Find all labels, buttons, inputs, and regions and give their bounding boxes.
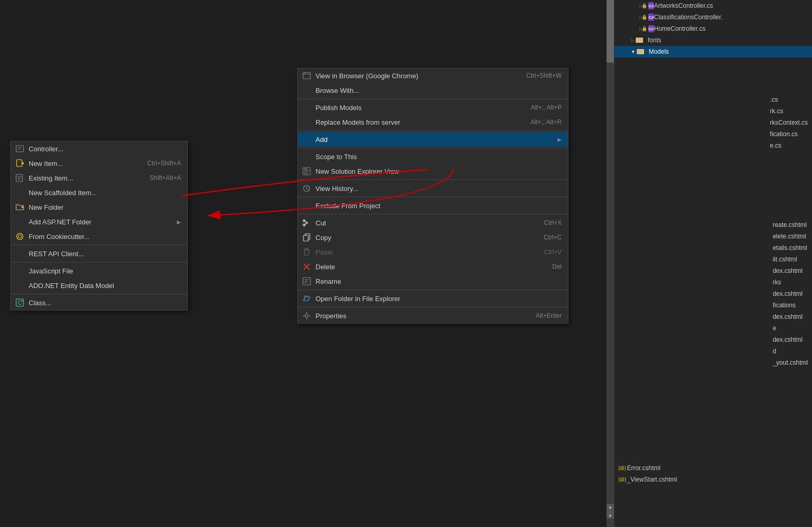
empty-icon — [302, 86, 311, 95]
se-item-fonts-folder[interactable]: ▷ fonts — [614, 34, 812, 46]
empty-icon — [15, 281, 25, 290]
menu-item-rename[interactable]: Rename — [298, 274, 568, 289]
empty-icon — [302, 135, 311, 144]
svg-rect-7 — [304, 172, 308, 172]
scroll-down-button[interactable]: ▼ — [607, 504, 614, 511]
empty-icon — [302, 152, 311, 161]
menu-item-open-folder[interactable]: Open Folder in File Explorer — [298, 291, 568, 306]
svg-point-24 — [305, 314, 308, 317]
se-view-d[interactable]: d — [769, 345, 812, 357]
svg-point-3 — [305, 73, 306, 74]
menu-item-view-history[interactable]: View History... — [298, 181, 568, 196]
submenu-item-new-folder[interactable]: New Folder — [11, 200, 187, 214]
cs-file-icon: 🔒 C# — [644, 25, 652, 33]
submenu-item-controller[interactable]: Controller... — [11, 141, 187, 156]
empty-icon — [15, 217, 25, 226]
empty-icon — [302, 103, 311, 112]
se-view-index4[interactable]: dex.cshtml — [769, 334, 812, 345]
se-view-classifications[interactable]: fications — [769, 300, 812, 311]
svg-rect-16 — [305, 249, 309, 255]
menu-item-scope-to-this[interactable]: Scope to This — [298, 149, 568, 164]
se-partial-5: e.cs — [766, 140, 812, 151]
menu-item-replace-models[interactable]: Replace Models from server Alt+;, Alt+R — [298, 115, 568, 129]
submenu-item-javascript[interactable]: JavaScript File — [11, 264, 187, 278]
menu-item-delete[interactable]: Delete Del — [298, 259, 568, 274]
menu-item-publish-models[interactable]: Publish Models Alt+;, Alt+P — [298, 100, 568, 115]
cut-icon — [302, 218, 311, 227]
menu-item-add[interactable]: Add ▶ — [298, 132, 568, 147]
separator-6 — [298, 214, 568, 214]
scrollbar-track[interactable]: ▼ ▲ — [607, 0, 614, 527]
submenu-sep-3 — [11, 294, 187, 294]
separator-3 — [298, 148, 568, 148]
se-viewstart-cshtml[interactable]: [@] _ViewStart.cshtml — [614, 474, 812, 485]
add-submenu: Controller... New Item... Ctrl+Shift+A E… — [10, 141, 188, 310]
browser-icon — [302, 71, 311, 80]
svg-rect-6 — [304, 170, 309, 171]
submenu-item-ado-entity[interactable]: ADO.NET Entity Data Model — [11, 278, 187, 293]
se-view-create[interactable]: reate.cshtml — [769, 219, 812, 231]
class-icon: C + — [15, 298, 25, 307]
se-item-classifications-controller[interactable]: ▷ 🔒 C# ClassificationsController. — [614, 11, 812, 23]
se-view-details[interactable]: etails.cshtml — [769, 242, 812, 254]
menu-item-exclude-project[interactable]: Exclude From Project — [298, 198, 568, 213]
separator-7 — [298, 290, 568, 290]
menu-item-paste[interactable]: Paste Ctrl+V — [298, 245, 568, 259]
se-partial-2: rk.cs — [766, 105, 812, 117]
separator-5 — [298, 197, 568, 197]
submenu-item-new-item[interactable]: New Item... Ctrl+Shift+A — [11, 156, 187, 171]
submenu-sep-1 — [11, 245, 187, 245]
separator-1 — [298, 99, 568, 99]
new-item-icon — [15, 159, 25, 168]
open-folder-icon — [302, 294, 311, 303]
se-view-index2[interactable]: dex.cshtml — [769, 288, 812, 300]
history-icon — [302, 184, 311, 193]
submenu-item-class[interactable]: C + Class... — [11, 295, 187, 310]
svg-point-41 — [17, 233, 23, 239]
menu-item-new-solution-explorer[interactable]: New Solution Explorer View — [298, 164, 568, 178]
se-partial-1: .cs — [766, 94, 812, 105]
se-partial-4: fication.cs — [766, 128, 812, 140]
folder-icon — [636, 47, 645, 56]
se-item-artworks-controller[interactable]: ▷ 🔒 C# ArtworksController.cs — [614, 0, 812, 11]
menu-item-cut[interactable]: Cut Ctrl+X — [298, 215, 568, 230]
separator-2 — [298, 130, 568, 131]
se-item-home-controller[interactable]: ▷ 🔒 C# HomeController.cs — [614, 23, 812, 34]
se-item-models-folder[interactable]: ▼ Models — [614, 46, 812, 57]
submenu-item-existing-item[interactable]: Existing Item... Shift+Alt+A — [11, 171, 187, 185]
separator-4 — [298, 179, 568, 180]
main-context-menu: View in Browser (Google Chrome) Ctrl+Shi… — [297, 68, 568, 324]
menu-item-properties[interactable]: Properties Alt+Enter — [298, 308, 568, 323]
scroll-up-button[interactable]: ▲ — [607, 511, 614, 519]
svg-rect-29 — [16, 146, 23, 152]
cs-file-icon: 🔒 C# — [644, 2, 652, 10]
se-view-index3[interactable]: dex.cshtml — [769, 311, 812, 322]
cs-file-icon: 🔒 C# — [644, 13, 652, 21]
submenu-item-new-scaffolded[interactable]: New Scaffolded Item... — [11, 185, 187, 200]
svg-rect-15 — [304, 235, 308, 241]
rename-icon — [302, 277, 311, 286]
submenu-item-rest-api[interactable]: REST API Client... — [11, 246, 187, 261]
existing-item-icon — [15, 173, 25, 183]
se-view-e[interactable]: e — [769, 322, 812, 334]
copy-icon — [302, 233, 311, 242]
svg-point-42 — [18, 235, 21, 238]
menu-item-view-browser[interactable]: View in Browser (Google Chrome) Ctrl+Shi… — [298, 68, 568, 83]
submenu-item-cookiecutter[interactable]: From Cookiecutter... — [11, 229, 187, 244]
se-view-artworks[interactable]: rks — [769, 277, 812, 288]
paste-icon — [302, 247, 311, 257]
menu-item-browse-with[interactable]: Browse With... — [298, 83, 568, 98]
menu-item-copy[interactable]: Copy Ctrl+C — [298, 230, 568, 245]
empty-icon — [15, 266, 25, 276]
scrollbar-thumb[interactable] — [607, 0, 614, 63]
solution-explorer-icon — [302, 166, 311, 176]
svg-text:+: + — [21, 298, 23, 304]
svg-point-2 — [304, 73, 305, 74]
se-view-delete[interactable]: elete.cshtml — [769, 231, 812, 242]
submenu-item-aspnet-folder[interactable]: Add ASP.NET Folder ▶ — [11, 214, 187, 229]
se-view-edit[interactable]: iit.cshtml — [769, 254, 812, 265]
empty-icon — [15, 188, 25, 197]
se-view-index1[interactable]: dex.cshtml — [769, 265, 812, 277]
se-error-cshtml[interactable]: [@] Error.cshtml — [614, 462, 812, 474]
se-view-layout[interactable]: _yout.cshtml — [769, 357, 812, 368]
